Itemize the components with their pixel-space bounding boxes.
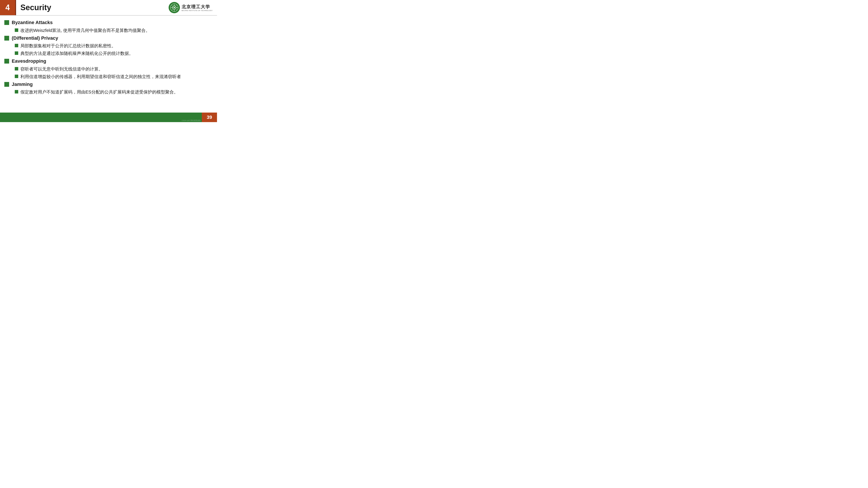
bullet-l1-item: Eavesdropping bbox=[4, 58, 211, 64]
bullet-l2-text: 窃听者可以无意中听到无线信道中的计算。 bbox=[21, 66, 103, 72]
logo-text: 北京理工大学 BEIJING INSTITUTE OF TECHNOLOGY bbox=[182, 4, 213, 11]
bullet-l2-icon bbox=[15, 28, 18, 32]
bullet-l1-item: Byzantine Attacks bbox=[4, 20, 211, 26]
bullet-l2-item: 窃听者可以无意中听到无线信道中的计算。 bbox=[15, 66, 211, 72]
bullet-l2-icon bbox=[15, 44, 18, 47]
logo-english-text: BEIJING INSTITUTE OF TECHNOLOGY bbox=[182, 10, 213, 11]
bullet-l1-item: (Differential) Privacy bbox=[4, 35, 211, 41]
bullet-l1-text: Jamming bbox=[12, 82, 33, 88]
footer-watermark: CSDN @计算机视觉战队 bbox=[182, 119, 201, 122]
logo-emblem bbox=[168, 2, 180, 13]
bullet-l1-icon bbox=[4, 20, 9, 25]
footer-page-number: 39 bbox=[202, 112, 217, 122]
bullet-l2-text: 典型的方法是通过添加随机噪声来随机化公开的统计数据。 bbox=[21, 51, 133, 56]
slide-title: Security bbox=[16, 0, 168, 15]
bullet-l2-item: 改进的Weiszfeld算法, 使用平滑几何中值聚合而不是算数均值聚合。 bbox=[15, 28, 211, 33]
slide-header: 4 Security 北京理工大学 bbox=[0, 0, 217, 15]
bullet-l2-icon bbox=[15, 67, 18, 70]
bullet-l1-icon bbox=[4, 59, 9, 64]
bullet-l2-item: 典型的方法是通过添加随机噪声来随机化公开的统计数据。 bbox=[15, 51, 211, 56]
bullet-l1-icon bbox=[4, 82, 9, 87]
bullet-l1-item: Jamming bbox=[4, 82, 211, 88]
bullet-l2-text: 假定敌对用户不知道扩展码，用由ES分配的公共扩展码来促进受保护的模型聚合。 bbox=[21, 89, 178, 95]
bullet-l2-icon bbox=[15, 75, 18, 78]
svg-point-3 bbox=[174, 7, 175, 8]
slide-number: 4 bbox=[0, 0, 15, 15]
bullet-l1-text: (Differential) Privacy bbox=[12, 35, 58, 41]
bullet-l2-item: 假定敌对用户不知道扩展码，用由ES分配的公共扩展码来促进受保护的模型聚合。 bbox=[15, 89, 211, 95]
bullet-l2-item: 局部数据集相对于公开的汇总统计数据的私密性。 bbox=[15, 43, 211, 49]
bullet-l1-text: Eavesdropping bbox=[12, 58, 46, 64]
bullet-l2-text: 利用信道增益较小的传感器，利用期望信道和窃听信道之间的独立性，来混淆窃听者 bbox=[21, 74, 181, 79]
bullet-l1-text: Byzantine Attacks bbox=[12, 20, 53, 26]
bullet-l2-icon bbox=[15, 90, 18, 94]
bullet-l2-item: 利用信道增益较小的传感器，利用期望信道和窃听信道之间的独立性，来混淆窃听者 bbox=[15, 74, 211, 79]
bullet-l2-text: 局部数据集相对于公开的汇总统计数据的私密性。 bbox=[21, 43, 116, 49]
university-logo: 北京理工大学 BEIJING INSTITUTE OF TECHNOLOGY bbox=[168, 0, 217, 15]
bullet-l1-icon bbox=[4, 36, 9, 40]
slide-footer: CSDN @计算机视觉战队 39 bbox=[0, 112, 217, 122]
slide-content: Byzantine Attacks改进的Weiszfeld算法, 使用平滑几何中… bbox=[0, 18, 217, 98]
bullet-l2-icon bbox=[15, 52, 18, 55]
bullet-l2-text: 改进的Weiszfeld算法, 使用平滑几何中值聚合而不是算数均值聚合。 bbox=[21, 28, 150, 33]
logo-chinese-text: 北京理工大学 bbox=[182, 4, 210, 10]
